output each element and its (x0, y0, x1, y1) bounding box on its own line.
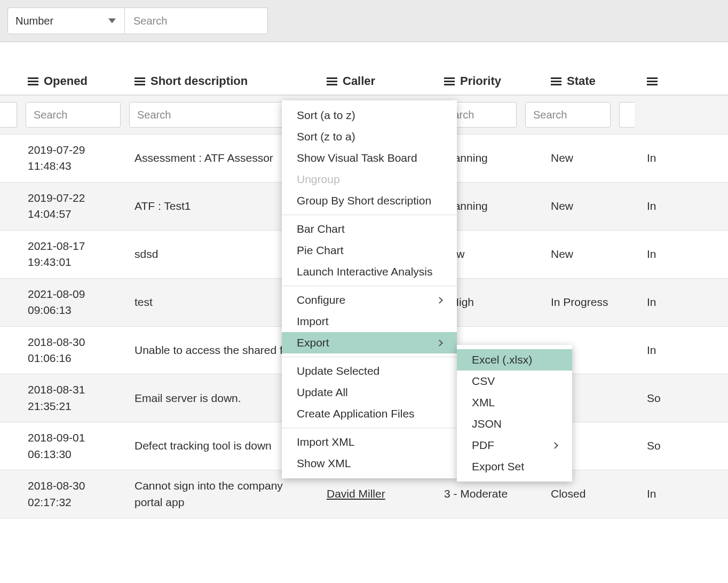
cell-opened: 2018-08-3001:06:16 (21, 327, 128, 374)
menu-update-selected[interactable]: Update Selected (282, 360, 457, 382)
cell-opened: 2019-07-2214:04:57 (21, 183, 128, 230)
hamburger-icon (647, 77, 658, 85)
cell-next-column: In (640, 478, 672, 509)
column-label: Short description (151, 74, 248, 88)
cell-next-column: In (640, 143, 672, 174)
column-header-state[interactable]: State (544, 74, 640, 88)
cell-next-column: In (640, 239, 672, 270)
column-label: Priority (460, 74, 501, 88)
menu-separator (282, 357, 457, 357)
cell-next-column: In (640, 191, 672, 222)
cell-next-column: In (640, 335, 672, 366)
submenu-export-set[interactable]: Export Set (457, 456, 572, 477)
column-header-caller[interactable]: Caller (320, 74, 438, 88)
caller-link[interactable]: David Miller (327, 487, 385, 500)
export-submenu: Excel (.xlsx) CSV XML JSON PDF Export Se… (457, 345, 572, 482)
cell-state: New (544, 191, 640, 222)
filter-input-state[interactable]: Search (525, 102, 611, 128)
table-header-row: Opened Short description Caller Priority… (0, 74, 728, 96)
submenu-excel[interactable]: Excel (.xlsx) (457, 349, 572, 371)
column-label: Caller (343, 74, 375, 88)
filter-input-leading[interactable] (0, 102, 17, 128)
cell-opened: 2019-07-2911:48:43 (21, 135, 128, 182)
column-header-short-description[interactable]: Short description (128, 74, 320, 88)
menu-update-all[interactable]: Update All (282, 382, 457, 403)
column-header-opened[interactable]: Opened (21, 74, 128, 88)
cell-opened: 2021-08-0909:06:13 (21, 279, 128, 326)
filter-input-opened[interactable]: Search (26, 102, 121, 128)
menu-pie-chart[interactable]: Pie Chart (282, 240, 457, 261)
submenu-xml[interactable]: XML (457, 392, 572, 413)
cell-state: New (544, 143, 640, 174)
submenu-json[interactable]: JSON (457, 413, 572, 435)
cell-next-column: In (640, 287, 672, 318)
search-placeholder: Search (133, 15, 167, 27)
cell-opened: 2021-08-1719:43:01 (21, 231, 128, 278)
cell-state: In Progress (544, 287, 640, 318)
cell-priority: 3 - Moderate (438, 478, 544, 509)
filter-field-value: Number (15, 15, 53, 27)
cell-opened: 2018-08-3121:35:21 (21, 374, 128, 422)
cell-opened: 2018-09-0106:13:30 (21, 422, 128, 470)
menu-ungroup: Ungroup (282, 169, 457, 190)
menu-show-xml[interactable]: Show XML (282, 453, 457, 474)
menu-configure[interactable]: Configure (282, 289, 457, 311)
column-label: Opened (44, 74, 88, 88)
column-label: State (567, 74, 596, 88)
chevron-right-icon (436, 297, 443, 304)
chevron-right-icon (551, 442, 558, 449)
menu-export[interactable]: Export (282, 332, 457, 353)
submenu-csv[interactable]: CSV (457, 371, 572, 392)
cell-caller[interactable]: David Miller (320, 478, 438, 509)
caret-down-icon (108, 19, 116, 23)
hamburger-icon (444, 77, 455, 85)
menu-separator (282, 215, 457, 215)
menu-sort-za[interactable]: Sort (z to a) (282, 126, 457, 147)
menu-show-visual-task-board[interactable]: Show Visual Task Board (282, 147, 457, 169)
hamburger-icon (551, 77, 561, 85)
column-header-next[interactable] (640, 74, 672, 88)
menu-create-application-files[interactable]: Create Application Files (282, 403, 457, 424)
menu-import-xml[interactable]: Import XML (282, 431, 457, 453)
hamburger-icon (327, 77, 337, 85)
filter-input-trailing[interactable] (619, 102, 635, 128)
hamburger-icon (134, 77, 145, 85)
cell-state: Closed (544, 478, 640, 509)
cell-next-column: So (640, 383, 672, 414)
chevron-right-icon (436, 340, 443, 346)
menu-group-by[interactable]: Group By Short description (282, 190, 457, 211)
menu-separator (282, 286, 457, 286)
submenu-pdf[interactable]: PDF (457, 435, 572, 456)
hamburger-icon (28, 77, 38, 85)
cell-next-column: So (640, 430, 672, 461)
menu-launch-interactive-analysis[interactable]: Launch Interactive Analysis (282, 261, 457, 282)
top-filter-bar: Number Search (0, 0, 728, 42)
context-menu: Sort (a to z) Sort (z to a) Show Visual … (282, 100, 457, 478)
cell-opened: 2018-08-3002:17:32 (21, 470, 128, 518)
cell-state: New (544, 239, 640, 270)
menu-sort-az[interactable]: Sort (a to z) (282, 105, 457, 126)
filter-field-select[interactable]: Number (7, 7, 125, 34)
menu-bar-chart[interactable]: Bar Chart (282, 218, 457, 240)
menu-import[interactable]: Import (282, 311, 457, 332)
menu-separator (282, 428, 457, 428)
column-header-priority[interactable]: Priority (438, 74, 544, 88)
search-input[interactable]: Search (125, 7, 268, 34)
